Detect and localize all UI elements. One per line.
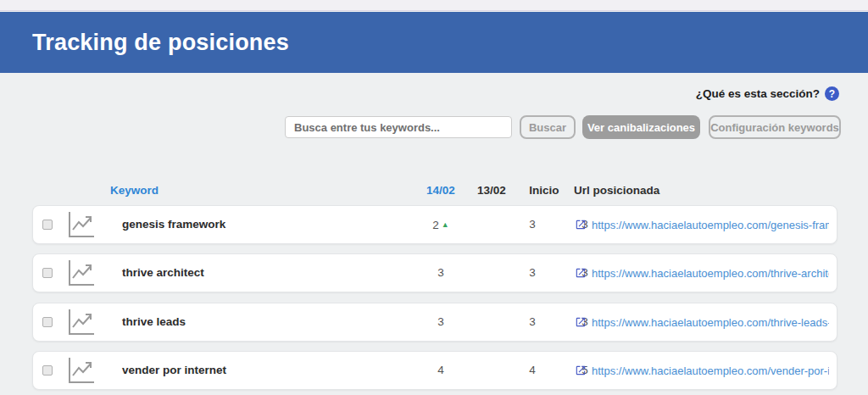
position-previous: 3	[507, 254, 558, 292]
url-cell: https://www.haciaelautoempleo.com/thrive…	[575, 254, 829, 292]
position-chart-icon[interactable]	[65, 308, 96, 337]
url-cell: https://www.haciaelautoempleo.com/genesi…	[575, 206, 829, 243]
page-header: Tracking de posiciones	[0, 12, 868, 73]
url-cell: https://www.haciaelautoempleo.com/vender…	[575, 352, 829, 389]
keyword-settings-button[interactable]: Configuración keywords	[709, 115, 841, 139]
external-link-icon[interactable]	[575, 219, 587, 231]
table-row: thrive architect 3 3 3 https://www.hacia…	[32, 253, 837, 292]
position-previous: 4	[507, 352, 558, 389]
table-row: vender por internet 4 4 5 https://www.ha…	[32, 351, 837, 390]
cannibalizations-button[interactable]: Ver canibalizaciones	[582, 115, 700, 139]
help-section-link[interactable]: ¿Qué es esta sección? ?	[696, 86, 839, 101]
external-link-icon[interactable]	[575, 364, 587, 376]
table-row: genesis framework 2▲ 3 3 https://www.hac…	[32, 205, 837, 244]
column-header-date-prev[interactable]: 13/02	[462, 184, 521, 197]
positioned-url-link[interactable]: https://www.haciaelautoempleo.com/genesi…	[592, 219, 829, 231]
page-title: Tracking de posiciones	[0, 12, 868, 73]
table-header: Keyword 14/02 13/02 Inicio Url posiciona…	[0, 184, 868, 199]
row-checkbox[interactable]	[42, 317, 53, 327]
search-button[interactable]: Buscar	[520, 115, 576, 139]
keyword-label: genesis framework	[122, 206, 225, 243]
external-link-icon[interactable]	[575, 267, 587, 279]
up-arrow-icon: ▲	[442, 220, 449, 229]
external-link-icon[interactable]	[575, 316, 587, 328]
search-input[interactable]	[285, 116, 512, 138]
keyword-label: vender por internet	[122, 352, 226, 389]
position-current: 3	[415, 254, 466, 292]
help-label: ¿Qué es esta sección?	[696, 87, 820, 100]
position-chart-icon[interactable]	[65, 259, 96, 288]
positioned-url-link[interactable]: https://www.haciaelautoempleo.com/thrive…	[592, 316, 829, 329]
help-circle-icon[interactable]: ?	[825, 86, 839, 101]
position-current: 3	[415, 303, 466, 341]
position-chart-icon[interactable]	[65, 356, 96, 386]
row-checkbox[interactable]	[42, 220, 53, 230]
positioned-url-link[interactable]: https://www.haciaelautoempleo.com/thrive…	[592, 267, 829, 280]
positioned-url-link[interactable]: https://www.haciaelautoempleo.com/vender…	[592, 364, 829, 377]
row-checkbox[interactable]	[42, 365, 53, 376]
top-strip	[0, 0, 868, 11]
position-current: 4	[415, 352, 466, 389]
position-chart-icon[interactable]	[65, 210, 96, 240]
position-previous: 3	[507, 206, 558, 243]
column-header-url: Url posicionada	[574, 184, 659, 197]
position-current: 2▲	[415, 206, 466, 243]
column-header-keyword[interactable]: Keyword	[110, 184, 159, 197]
url-cell: https://www.haciaelautoempleo.com/thrive…	[575, 303, 829, 341]
row-checkbox[interactable]	[42, 268, 53, 278]
position-previous: 3	[507, 303, 558, 341]
keyword-label: thrive architect	[122, 254, 204, 292]
column-header-inicio[interactable]: Inicio	[515, 184, 574, 197]
table-row: thrive leads 3 3 3 https://www.haciaelau…	[32, 303, 837, 342]
keyword-label: thrive leads	[122, 303, 186, 341]
